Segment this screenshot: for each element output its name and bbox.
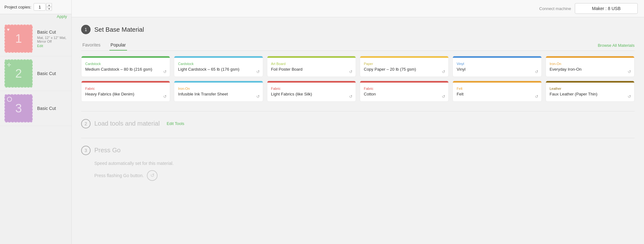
card-name: Vinyl [457,67,537,72]
materials-grid: CardstockMedium Cardstock – 80 lb (216 g… [81,56,635,102]
card-name: Infusible Ink Transfer Sheet [178,92,259,97]
heart-icon: ♥ [7,27,9,32]
card-top-bar [81,56,170,58]
card-category: Fabric [85,87,166,90]
mat-size-1: Mat, 12" x 12" Mat, Mirror Off [37,36,67,43]
mat-label-3: Basic Cut [37,106,56,111]
circle-icon [7,97,12,102]
mat-item-3[interactable]: 3 Basic Cut [0,91,71,126]
step3-title: Press Go [94,147,120,154]
card-refresh-icon[interactable]: ↺ [628,69,631,74]
card-name: Light Fabrics (like Silk) [271,92,352,97]
mat-list: ♥ 1 Basic Cut Mat, 12" x 12" Mat, Mirror… [0,21,71,244]
card-category: Iron-On [550,62,630,66]
browse-all-link[interactable]: Browse All Materials [598,43,635,48]
card-top-bar [360,81,448,83]
step1-number: 1 [85,27,87,32]
copies-spinners: ▲ ▼ [46,3,52,11]
project-copies-row: Project copies: ▲ ▼ [0,0,71,14]
card-refresh-icon[interactable]: ↺ [628,94,631,99]
card-category: Cardstock [178,62,259,66]
card-top-bar [453,56,541,58]
material-card-10[interactable]: FeltFelt↺ [452,81,541,102]
divider-1 [81,111,635,111]
card-refresh-icon[interactable]: ↺ [163,69,167,74]
material-card-2[interactable]: Art BoardFoil Poster Board↺ [267,56,356,77]
mat-info-1: Basic Cut Mat, 12" x 12" Mat, Mirror Off… [37,30,67,48]
copies-spin-down[interactable]: ▼ [46,7,52,11]
mat-label-2: Basic Cut [37,71,56,76]
card-name: Felt [457,92,537,97]
material-card-11[interactable]: LeatherFaux Leather (Paper Thin)↺ [546,81,635,102]
card-name: Light Cardstock – 65 lb (176 gsm) [178,67,259,72]
copies-input[interactable] [34,3,46,11]
header-bar: Connect machine Maker : 8 USB [72,0,644,17]
card-refresh-icon[interactable]: ↺ [535,94,538,99]
card-refresh-icon[interactable]: ↺ [163,94,167,99]
card-top-bar [546,56,634,58]
mat-item-1[interactable]: ♥ 1 Basic Cut Mat, 12" x 12" Mat, Mirror… [0,21,71,56]
tab-popular[interactable]: Popular [109,40,127,51]
card-refresh-icon[interactable]: ↺ [442,94,445,99]
card-refresh-icon[interactable]: ↺ [349,94,353,99]
mat-edit-link-1[interactable]: Edit [37,44,67,48]
card-refresh-icon[interactable]: ↺ [535,69,538,74]
step2-header: 2 Load tools and material Edit Tools [81,119,635,128]
material-card-3[interactable]: PaperCopy Paper – 20 lb (75 gsm)↺ [360,56,449,77]
card-top-bar [267,81,356,83]
apply-button[interactable]: Apply [0,14,71,21]
step2-section: 2 Load tools and material Edit Tools [81,119,635,128]
step1-circle: 1 [81,25,91,34]
mat-number-2: 2 [15,67,22,80]
card-category: Fabric [364,87,445,90]
copies-input-group: ▲ ▼ [34,3,52,11]
tabs-row: Favorites Popular Browse All Materials [81,40,635,51]
project-copies-label: Project copies: [4,5,31,9]
plus-icon: ✛ [7,62,11,68]
card-category: Art Board [271,62,352,66]
card-category: Paper [364,62,445,66]
mat-thumb-1: ♥ 1 [4,24,33,53]
go-refresh-icon: ↺ [150,172,154,178]
tab-favorites[interactable]: Favorites [81,40,102,51]
card-category: Iron-On [178,87,259,90]
material-card-6[interactable]: FabricHeavy Fabrics (like Denim)↺ [81,81,170,102]
step2-circle: 2 [81,119,91,128]
go-text: Press flashing Go button. [94,173,144,178]
card-refresh-icon[interactable]: ↺ [256,69,260,74]
divider-2 [81,138,635,138]
mat-info-3: Basic Cut [37,106,56,111]
step3-speed-text: Speed automatically set for this materia… [94,161,635,166]
material-card-0[interactable]: CardstockMedium Cardstock – 80 lb (216 g… [81,56,170,77]
card-top-bar [453,81,541,83]
card-top-bar [360,56,448,58]
step3-section: 3 Press Go Speed automatically set for t… [81,146,635,181]
material-card-1[interactable]: CardstockLight Cardstock – 65 lb (176 gs… [174,56,263,77]
material-card-5[interactable]: Iron-OnEveryday Iron-On↺ [546,56,635,77]
step2-title: Load tools and material [94,120,160,127]
material-card-9[interactable]: FabricCotton↺ [360,81,449,102]
copies-spin-up[interactable]: ▲ [46,3,52,7]
card-category: Fabric [271,87,352,90]
material-card-4[interactable]: VinylVinyl↺ [452,56,541,77]
step3-circle: 3 [81,146,91,155]
go-circle-icon: ↺ [147,170,158,181]
mat-number-3: 3 [15,102,22,115]
material-card-7[interactable]: Iron-OnInfusible Ink Transfer Sheet↺ [174,81,263,102]
mat-number-1: 1 [15,32,22,46]
card-name: Cotton [364,92,445,97]
mat-item-2[interactable]: ✛ 2 Basic Cut [0,56,71,91]
mat-thumb-2: ✛ 2 [4,59,33,88]
card-name: Heavy Fabrics (like Denim) [85,92,166,97]
card-refresh-icon[interactable]: ↺ [256,94,260,99]
mat-info-2: Basic Cut [37,71,56,76]
step1-header: 1 Set Base Material [81,25,635,34]
machine-button[interactable]: Maker : 8 USB [575,3,638,14]
card-top-bar [174,81,263,83]
material-card-8[interactable]: FabricLight Fabrics (like Silk)↺ [267,81,356,102]
card-refresh-icon[interactable]: ↺ [442,69,445,74]
card-refresh-icon[interactable]: ↺ [349,69,353,74]
step2-number: 2 [85,121,87,126]
edit-tools-link[interactable]: Edit Tools [167,121,184,126]
sidebar: Project copies: ▲ ▼ Apply ♥ 1 Basic Cut … [0,0,72,244]
